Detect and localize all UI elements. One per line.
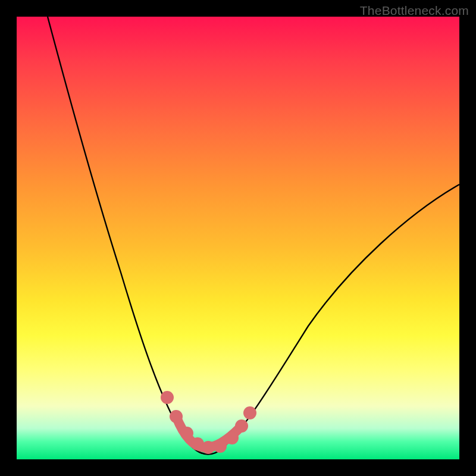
svg-point-8 — [243, 406, 256, 419]
svg-point-4 — [202, 441, 215, 454]
chart-svg — [17, 17, 459, 459]
highlight-dots — [161, 391, 256, 454]
chart-plot-area — [17, 17, 459, 459]
svg-point-1 — [170, 410, 183, 423]
svg-point-7 — [235, 419, 248, 433]
svg-point-2 — [180, 427, 193, 440]
svg-point-5 — [214, 440, 227, 453]
svg-point-6 — [226, 431, 239, 444]
watermark-text: TheBottleneck.com — [360, 4, 469, 18]
svg-point-0 — [161, 391, 174, 404]
bottleneck-curve-path — [48, 17, 459, 455]
